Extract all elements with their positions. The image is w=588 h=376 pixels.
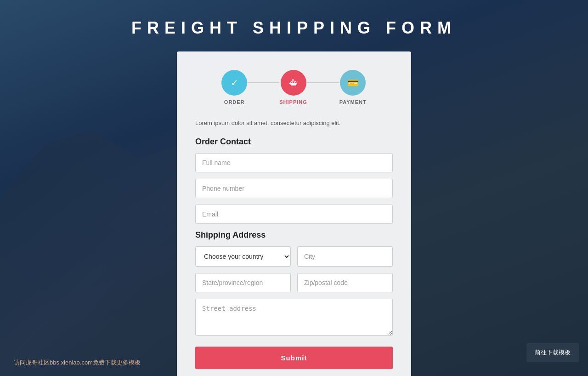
shipping-address-heading: Shipping Address: [195, 230, 393, 240]
step-payment-label: PAYMENT: [339, 99, 367, 105]
step-payment-circle: 💳: [340, 70, 366, 96]
download-template-button[interactable]: 前往下载模板: [526, 343, 579, 362]
step-shipping-label: SHIPPING: [279, 99, 307, 105]
steps-indicator: ✓ ORDER ⛴ SHIPPING 💳 PAYMENT: [195, 70, 393, 105]
submit-button[interactable]: Submit: [195, 347, 393, 369]
step-shipping-circle: ⛴: [281, 70, 306, 96]
step-payment: 💳 PAYMENT: [339, 70, 367, 105]
zip-input[interactable]: [297, 273, 393, 292]
watermark: 访问虎哥社区bbs.xieniao.com免费下载更多模板: [14, 359, 141, 367]
page-title: FREIGHT SHIPPING FORM: [0, 0, 588, 51]
step-connector-2: [307, 82, 339, 83]
country-city-row: Choose your country United States China …: [195, 246, 393, 273]
form-card: ✓ ORDER ⛴ SHIPPING 💳 PAYMENT Lorem ipsum…: [177, 51, 411, 376]
country-select[interactable]: Choose your country United States China …: [195, 246, 291, 267]
state-zip-row: [195, 273, 393, 299]
step-shipping-icon: ⛴: [289, 78, 298, 88]
phone-input[interactable]: [195, 179, 393, 198]
step-connector-1: [247, 82, 279, 83]
email-input[interactable]: [195, 205, 393, 224]
order-contact-heading: Order Contact: [195, 137, 393, 147]
city-input[interactable]: [297, 246, 393, 267]
full-name-input[interactable]: [195, 153, 393, 172]
street-address-input[interactable]: [195, 299, 393, 336]
step-order-circle: ✓: [221, 70, 247, 96]
state-input[interactable]: [195, 273, 291, 292]
step-shipping: ⛴ SHIPPING: [279, 70, 307, 105]
step-payment-icon: 💳: [347, 77, 359, 88]
step-order-label: ORDER: [224, 99, 245, 105]
form-description: Lorem ipsum dolor sit amet, consectetur …: [195, 119, 393, 128]
step-order: ✓ ORDER: [221, 70, 247, 105]
step-order-icon: ✓: [231, 77, 238, 88]
